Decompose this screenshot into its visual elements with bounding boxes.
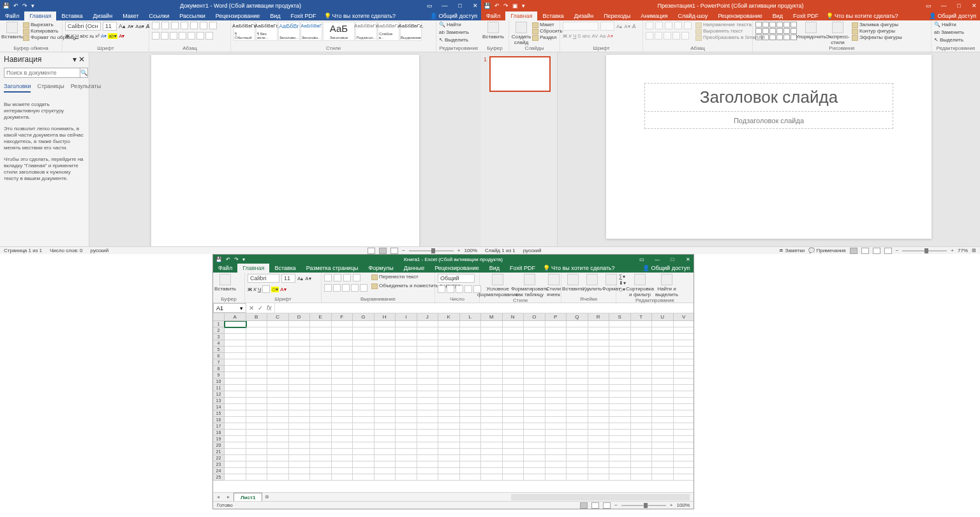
close-icon[interactable]: ✕: [471, 3, 480, 9]
cell[interactable]: [546, 378, 567, 385]
cell[interactable]: [460, 410, 482, 417]
maximize-icon[interactable]: □: [456, 3, 464, 9]
cell[interactable]: [567, 372, 588, 378]
cell[interactable]: [481, 410, 503, 417]
cell[interactable]: [674, 391, 694, 398]
shape-icon[interactable]: [783, 34, 790, 40]
change-case-icon[interactable]: Aa: [600, 33, 606, 39]
cell[interactable]: [524, 327, 546, 334]
zoom-slider[interactable]: [902, 250, 947, 251]
cell[interactable]: [417, 404, 439, 410]
cell[interactable]: [396, 372, 417, 378]
shrink-font-icon[interactable]: A▾: [624, 24, 630, 29]
fx-icon[interactable]: fx: [267, 304, 272, 311]
style-nospacing[interactable]: АаБбВвГг,¶ Без инте...: [256, 22, 278, 41]
cell[interactable]: [652, 417, 674, 423]
cell[interactable]: [588, 347, 610, 353]
cell[interactable]: [289, 340, 311, 347]
cell[interactable]: [310, 366, 332, 372]
cell[interactable]: [438, 423, 460, 430]
column-header[interactable]: H: [375, 313, 396, 321]
cell[interactable]: [353, 410, 375, 417]
column-header[interactable]: D: [289, 313, 311, 321]
cell[interactable]: [375, 404, 396, 410]
cell[interactable]: [674, 321, 694, 327]
cell[interactable]: [332, 398, 353, 404]
cell[interactable]: [225, 385, 246, 391]
qat-more-icon[interactable]: ▾: [522, 3, 525, 9]
cell[interactable]: [674, 347, 694, 353]
cell[interactable]: [353, 474, 375, 481]
shape-icon[interactable]: [783, 22, 790, 27]
underline-button[interactable]: Ч: [573, 33, 576, 39]
grow-font-icon[interactable]: A▴: [297, 276, 303, 281]
save-icon[interactable]: 💾: [216, 257, 222, 262]
cell[interactable]: [267, 327, 289, 334]
fit-slide-icon[interactable]: ⊞: [972, 248, 976, 253]
cell[interactable]: [652, 353, 674, 359]
cell[interactable]: [652, 449, 674, 455]
cell[interactable]: [246, 359, 268, 366]
tab-file[interactable]: Файл: [0, 11, 24, 20]
cell[interactable]: [588, 455, 610, 461]
cell[interactable]: [332, 455, 353, 461]
chevron-down-icon[interactable]: ▾: [240, 305, 243, 311]
underline-button[interactable]: Ч: [258, 287, 261, 292]
cell[interactable]: [652, 474, 674, 481]
cell[interactable]: [353, 321, 375, 327]
style-emphasis[interactable]: АаБбВвГг,Выделение: [400, 22, 422, 41]
style-heading2[interactable]: АаБбВвГЗаголово...: [301, 22, 322, 41]
cell[interactable]: [225, 410, 246, 417]
cell[interactable]: [567, 442, 588, 449]
cell[interactable]: [674, 449, 694, 455]
cell[interactable]: [503, 398, 524, 404]
normal-view-icon[interactable]: [850, 248, 858, 254]
cell[interactable]: [246, 366, 268, 372]
cell[interactable]: [503, 366, 524, 372]
cell[interactable]: [674, 404, 694, 410]
column-header[interactable]: G: [353, 313, 375, 321]
cell[interactable]: [332, 404, 353, 410]
zoom-in-icon[interactable]: +: [670, 502, 673, 508]
cell[interactable]: [267, 378, 289, 385]
select-button[interactable]: ↖Выделить: [439, 37, 468, 43]
cell[interactable]: [438, 449, 460, 455]
cell[interactable]: [310, 474, 332, 481]
tab-view[interactable]: Вид: [265, 11, 285, 20]
cell[interactable]: [460, 340, 482, 347]
sort-filter-button[interactable]: Сортировка и фильтр: [627, 274, 653, 297]
cell[interactable]: [396, 474, 417, 481]
shrink-font-icon[interactable]: A▾: [305, 276, 311, 281]
cell[interactable]: [396, 455, 417, 461]
row-header[interactable]: 10: [213, 378, 225, 385]
paste-button[interactable]: Вставить: [216, 274, 235, 292]
cell[interactable]: [289, 391, 311, 398]
cell[interactable]: [332, 449, 353, 455]
cell[interactable]: [674, 430, 694, 436]
cell[interactable]: [225, 321, 246, 327]
cell[interactable]: [289, 385, 311, 391]
cell[interactable]: [674, 423, 694, 430]
row-header[interactable]: 13: [213, 398, 225, 404]
cell[interactable]: [417, 461, 439, 468]
cell[interactable]: [246, 404, 268, 410]
undo-icon[interactable]: ↶: [494, 3, 500, 9]
cell[interactable]: [546, 430, 567, 436]
cell[interactable]: [674, 353, 694, 359]
row-header[interactable]: 15: [213, 410, 225, 417]
cell[interactable]: [631, 474, 653, 481]
slide[interactable]: Заголовок слайда Подзаголовок слайда: [606, 55, 932, 239]
font-family-dropdown[interactable]: [563, 22, 598, 31]
cell[interactable]: [267, 334, 289, 340]
column-header[interactable]: P: [546, 313, 567, 321]
cell[interactable]: [567, 327, 588, 334]
cell[interactable]: [609, 372, 631, 378]
tell-me[interactable]: 💡Что вы хотите сделать?: [826, 13, 898, 19]
cell[interactable]: [289, 353, 311, 359]
tab-home[interactable]: Главная: [505, 11, 537, 20]
cell[interactable]: [460, 334, 482, 340]
cell[interactable]: [481, 334, 503, 340]
cell[interactable]: [396, 353, 417, 359]
cell[interactable]: [524, 340, 546, 347]
style-title[interactable]: АаБЗаголовок: [323, 22, 355, 41]
